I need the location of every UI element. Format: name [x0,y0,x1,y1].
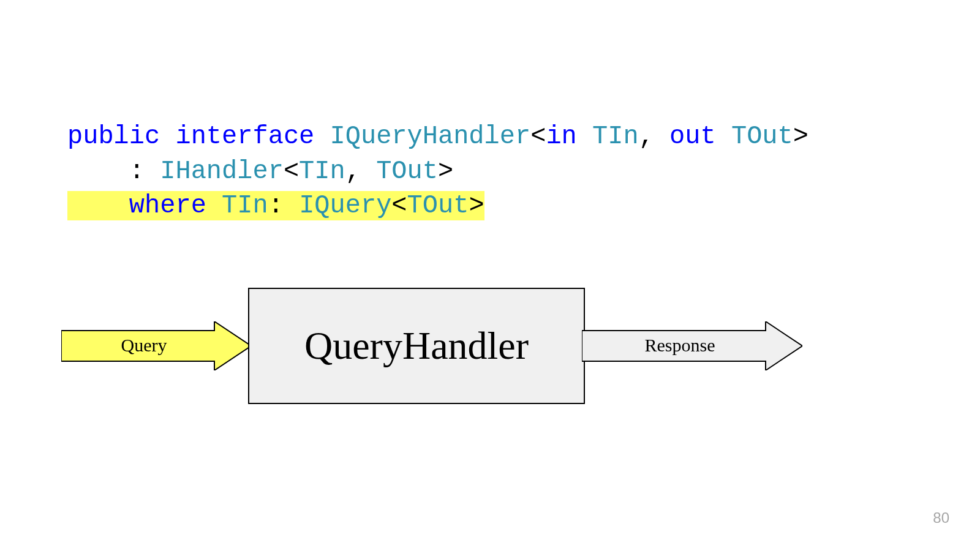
type-ihandler: IHandler [160,157,284,186]
response-arrow: Response [582,321,802,370]
kw-out: out [669,122,716,151]
code-block: public interface IQueryHandler<in TIn, o… [67,119,809,223]
type-tout: TOut [731,122,793,151]
handler-box: QueryHandler [248,288,585,404]
type-iqueryhandler: IQueryHandler [330,122,531,151]
type-tin: TIn [592,122,639,151]
kw-interface: interface [175,122,314,151]
response-arrow-label: Response [645,335,715,355]
slide: public interface IQueryHandler<in TIn, o… [0,0,980,551]
query-arrow-label: Query [121,335,167,355]
diagram: Query QueryHandler Response [61,288,802,404]
type-iquery: IQuery [299,191,391,220]
highlighted-constraint: where TIn: IQuery<TOut> [67,191,484,220]
handler-box-label: QueryHandler [304,323,529,369]
kw-public: public [67,122,160,151]
kw-where: where [129,191,206,220]
query-arrow: Query [61,321,251,370]
page-number: 80 [933,509,949,527]
kw-in: in [546,122,576,151]
